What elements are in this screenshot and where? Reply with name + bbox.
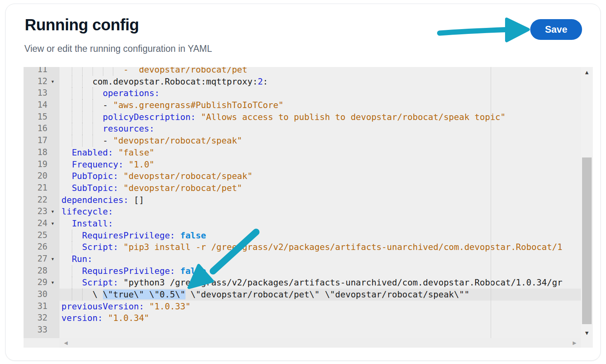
fold-spacer	[47, 324, 58, 336]
code-line[interactable]: - "devopstar/robocat/speak"	[59, 135, 581, 147]
vertical-scrollbar-thumb[interactable]	[582, 157, 592, 324]
gutter-line: 27▼	[24, 253, 59, 265]
code-token: "devopstar/robocat/pet"	[123, 183, 242, 193]
code-token	[175, 266, 180, 276]
code-token	[118, 277, 123, 287]
code-line[interactable]: \ \"true\" \"0.5\" \"devopstar/robocat/p…	[59, 289, 581, 301]
gutter-line: 24▼	[24, 218, 59, 230]
line-number: 33	[24, 324, 47, 336]
code-line[interactable]: SubTopic: "devopstar/robocat/pet"	[59, 182, 581, 194]
fold-spacer	[47, 123, 58, 135]
code-line[interactable]: RequiresPrivilege: false	[59, 230, 581, 242]
code-line[interactable]: previousVersion: "1.0.33"	[59, 301, 581, 313]
code-token: Script:	[82, 277, 118, 287]
gutter-line: 15	[24, 111, 59, 123]
indent-guide	[72, 99, 72, 111]
fold-spacer	[47, 147, 58, 159]
gutter-line: 13	[24, 87, 59, 99]
page-title: Running config	[25, 16, 139, 34]
line-number: 15	[24, 111, 47, 123]
code-token: "false"	[118, 148, 154, 157]
scroll-down-icon[interactable]: ▼	[581, 329, 593, 338]
indent-guide	[72, 241, 72, 253]
code-line[interactable]: Frequency: "1.0"	[59, 159, 581, 171]
vertical-scrollbar[interactable]: ▲ ▼	[581, 67, 593, 338]
gutter-line: 30	[24, 289, 59, 301]
scroll-up-icon[interactable]: ▲	[581, 68, 593, 77]
gutter-line: 32	[24, 312, 59, 324]
line-number: 21	[24, 182, 47, 194]
code-token: Run:	[72, 254, 93, 264]
indent-guide	[93, 123, 93, 135]
code-token: Install:	[72, 218, 113, 228]
indent-guide	[72, 111, 72, 123]
indent-guide	[103, 67, 103, 76]
code-token: "Allows access to publish to devopstar/r…	[201, 112, 506, 122]
gutter-line: 31	[24, 301, 59, 313]
code-line[interactable]: version: "1.0.34"	[59, 312, 581, 324]
gutter-line: 16	[24, 123, 59, 135]
line-number: 17	[24, 135, 47, 147]
indent-guide	[93, 67, 93, 76]
scroll-left-icon[interactable]: ◀	[61, 338, 71, 348]
gutter-line: 28	[24, 265, 59, 277]
yaml-editor[interactable]: - devopstar/robocat/pet com.devopstar.Ro…	[24, 67, 593, 348]
code-token: RequiresPrivilege:	[82, 266, 175, 276]
code-line[interactable]: PubTopic: "devopstar/robocat/speak"	[59, 170, 581, 182]
fold-marker-icon[interactable]: ▼	[47, 206, 58, 218]
code-token: 2	[258, 77, 263, 87]
scroll-right-icon[interactable]: ▶	[570, 338, 579, 348]
code-line[interactable]: Script: "python3 /greengrass/v2/packages…	[59, 277, 581, 289]
code-line[interactable]: Install:	[59, 218, 581, 230]
fold-spacer	[47, 87, 58, 99]
code-token	[103, 313, 108, 323]
code-line[interactable]: RequiresPrivilege: false	[59, 265, 581, 277]
fold-marker-icon[interactable]: ▼	[47, 253, 58, 265]
indent-guide	[93, 111, 93, 123]
gutter-line: 12▼	[24, 76, 59, 88]
code-line[interactable]: resources:	[59, 123, 581, 135]
fold-marker-icon[interactable]: ▼	[47, 76, 58, 88]
indent-guide	[82, 289, 83, 301]
fold-marker-icon[interactable]: ▼	[47, 277, 58, 289]
save-button[interactable]: Save	[530, 19, 582, 40]
code-line[interactable]: - "aws.greengrass#PublishToIoTCore"	[59, 99, 581, 111]
code-token	[118, 183, 123, 193]
code-line[interactable]: policyDescription: "Allows access to pub…	[59, 111, 581, 123]
fold-spacer	[47, 289, 58, 301]
code-line[interactable]: Script: "pip3 install -r /greengrass/v2/…	[59, 241, 581, 253]
line-number: 14	[24, 99, 47, 111]
code-line[interactable]: - devopstar/robocat/pet	[59, 67, 581, 76]
line-number: 13	[24, 87, 47, 99]
code-token: dependencies:	[61, 195, 128, 205]
code-token: previousVersion:	[61, 301, 144, 311]
fold-spacer	[47, 182, 58, 194]
line-number: 31	[24, 301, 47, 313]
code-line[interactable]	[59, 324, 581, 336]
line-number: 27	[24, 253, 47, 265]
code-lines: - devopstar/robocat/pet com.devopstar.Ro…	[59, 67, 581, 336]
fold-marker-icon[interactable]: ▼	[47, 218, 58, 230]
gutter-lines: 1112▼1314151617181920212223▼24▼252627▼28…	[24, 67, 59, 336]
code-line[interactable]: Enabled: "false"	[59, 147, 581, 159]
code-token: "devopstar/robocat/speak"	[113, 136, 242, 146]
code-token	[61, 159, 72, 169]
code-line[interactable]: dependencies: []	[59, 194, 581, 206]
horizontal-scrollbar[interactable]: ◀ ▶	[59, 338, 581, 348]
code-line[interactable]: operations:	[59, 87, 581, 99]
code-token: "devopstar/robocat/speak"	[123, 171, 253, 181]
code-token	[118, 242, 123, 252]
code-token: "python3 /greengrass/v2/packages/artifac…	[123, 277, 562, 287]
fold-spacer	[47, 170, 58, 182]
code-token: lifecycle:	[61, 207, 113, 216]
code-area[interactable]: - devopstar/robocat/pet com.devopstar.Ro…	[59, 67, 581, 338]
code-token	[196, 112, 201, 122]
indent-guide	[72, 265, 72, 277]
code-line[interactable]: com.devopstar.Robocat:mqttproxy:2:	[59, 76, 581, 88]
code-token: - devopstar/robocat/pet	[61, 67, 247, 75]
line-number: 24	[24, 218, 47, 230]
code-token	[123, 159, 128, 169]
code-line[interactable]: lifecycle:	[59, 206, 581, 218]
code-line[interactable]: Run:	[59, 253, 581, 265]
indent-guide	[82, 99, 83, 111]
